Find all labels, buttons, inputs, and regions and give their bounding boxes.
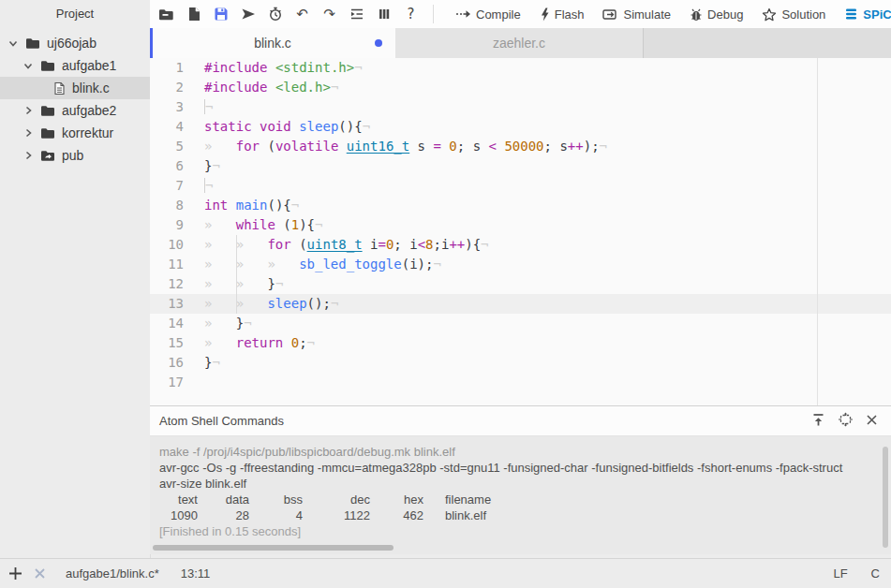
horizontal-scrollbar[interactable]	[153, 545, 394, 551]
solution-button[interactable]: Solution	[762, 7, 825, 22]
undo-button[interactable]: ↶	[294, 6, 310, 22]
dock-icon	[838, 412, 854, 427]
code-line[interactable]: 10» » for (uint8_t i=0; i<8;i++){¬	[150, 235, 891, 255]
tab-blink-c[interactable]: blink.c	[150, 28, 395, 58]
close-panel-button[interactable]	[866, 414, 878, 429]
line-number[interactable]: 16	[150, 353, 184, 373]
code-token: =	[378, 237, 385, 252]
close-terminal-button[interactable]	[33, 566, 47, 581]
code-text: » while (1){¬	[204, 215, 322, 235]
line-number[interactable]: 13	[150, 294, 184, 314]
code-token: ¬	[331, 80, 338, 95]
code-line[interactable]: 16}¬	[150, 353, 891, 373]
line-number[interactable]: 9	[150, 215, 184, 235]
code-token: »	[204, 237, 236, 252]
tree-item-korrektur[interactable]: korrektur	[0, 122, 150, 144]
code-line[interactable]: 2#include <led.h>¬	[150, 78, 891, 97]
code-line[interactable]: 1#include <stdint.h>¬	[150, 58, 891, 78]
scroll-to-top-button[interactable]	[811, 413, 825, 430]
code-line[interactable]: 5» for (volatile uint16_t s = 0; s < 500…	[150, 137, 891, 156]
line-number[interactable]: 7	[150, 176, 184, 196]
code-token: »	[236, 296, 268, 311]
code-token: 50000	[504, 139, 543, 154]
line-number[interactable]: 2	[150, 78, 184, 97]
code-line[interactable]: 8int main(){¬	[150, 196, 891, 215]
add-terminal-button[interactable]	[7, 566, 23, 581]
debug-button[interactable]: Debug	[690, 7, 743, 22]
code-editor[interactable]: 1#include <stdint.h>¬2#include <led.h>¬3…	[150, 58, 891, 406]
cursor-position[interactable]: 13:11	[181, 566, 211, 581]
indent-button[interactable]	[349, 6, 364, 22]
code-token: »	[236, 237, 268, 252]
code-token: »	[204, 276, 236, 291]
line-number[interactable]: 8	[150, 196, 184, 215]
code-text: #include <led.h>¬	[204, 78, 338, 97]
spicboard-button[interactable]: SPiCboard	[844, 7, 891, 22]
tree-item-blink-c[interactable]: blink.c	[0, 77, 150, 99]
line-number[interactable]: 14	[150, 314, 184, 333]
simulate-button[interactable]: Simulate	[602, 7, 671, 22]
tab-zaehler-c[interactable]: zaehler.c	[395, 28, 644, 58]
line-ending-indicator[interactable]: LF	[833, 566, 847, 581]
tree-item-aufgabe1[interactable]: aufgabe1	[0, 54, 150, 77]
code-token: ++	[449, 237, 465, 252]
compile-icon	[455, 8, 471, 20]
code-token: ¬	[600, 139, 607, 154]
help-button[interactable]: ?	[403, 6, 419, 22]
active-pane-accent	[150, 28, 153, 58]
close-icon	[33, 566, 47, 581]
line-number[interactable]: 17	[150, 373, 184, 392]
flash-button[interactable]: Flash	[540, 7, 585, 22]
code-line[interactable]: 15» return 0;¬	[150, 333, 891, 353]
code-token: 0	[291, 335, 299, 350]
line-number[interactable]: 12	[150, 274, 184, 294]
code-token	[252, 119, 260, 134]
timer-button[interactable]	[267, 6, 283, 22]
code-line[interactable]: 4static void sleep(){¬	[150, 117, 891, 137]
line-number[interactable]: 15	[150, 333, 184, 353]
grammar-indicator[interactable]: C	[871, 566, 880, 581]
folder-icon	[25, 37, 40, 50]
code-token: (i);	[402, 257, 434, 272]
tree-item-aufgabe2[interactable]: aufgabe2	[0, 99, 150, 122]
code-token: <	[418, 237, 425, 252]
code-token	[228, 198, 235, 213]
dock-button[interactable]	[838, 412, 854, 430]
tree-item-uj66ojab[interactable]: uj66ojab	[0, 32, 150, 54]
line-number[interactable]: 6	[150, 156, 184, 176]
code-line[interactable]: 6}¬	[150, 156, 891, 176]
code-line[interactable]: 14» }¬	[150, 314, 891, 333]
save-button[interactable]	[213, 6, 229, 22]
code-token: while	[236, 217, 275, 232]
code-token: #include	[204, 80, 267, 95]
code-text: » » » sb_led_toggle(i);¬	[204, 255, 441, 274]
line-number[interactable]: 1	[150, 58, 184, 78]
status-bar: aufgabe1/blink.c* 13:11 LF C	[0, 558, 891, 588]
terminal-output[interactable]: make -f /proj/i4spic/pub/libspicboard/de…	[150, 436, 891, 554]
line-number[interactable]: 10	[150, 235, 184, 255]
code-line[interactable]: 12» » }¬	[150, 274, 891, 294]
line-number[interactable]: 5	[150, 137, 184, 156]
vertical-scrollbar[interactable]	[883, 447, 888, 548]
new-file-button[interactable]	[186, 6, 201, 22]
code-line[interactable]: 13» » sleep();¬	[150, 294, 891, 314]
code-token: 8	[425, 237, 433, 252]
tree-item-pub[interactable]: pub	[0, 144, 150, 167]
code-token: 0	[449, 139, 456, 154]
open-folder-button[interactable]	[158, 6, 174, 22]
redo-button[interactable]: ↷	[321, 6, 337, 22]
code-line[interactable]: 9» while (1){¬	[150, 215, 891, 235]
code-line[interactable]: 7¬	[150, 176, 891, 196]
line-number[interactable]: 4	[150, 117, 184, 137]
line-number[interactable]: 3	[150, 97, 184, 117]
code-line[interactable]: 11» » » sb_led_toggle(i);¬	[150, 255, 891, 274]
code-line[interactable]: 17	[150, 373, 891, 392]
code-line[interactable]: 3¬	[150, 97, 891, 117]
code-token: (	[260, 139, 275, 154]
run-button[interactable]	[240, 6, 256, 22]
modified-dot-icon[interactable]	[375, 39, 382, 47]
columns-button[interactable]	[376, 6, 392, 22]
current-file-path[interactable]: aufgabe1/blink.c*	[66, 566, 159, 581]
compile-button[interactable]: Compile	[455, 7, 521, 22]
line-number[interactable]: 11	[150, 255, 184, 274]
